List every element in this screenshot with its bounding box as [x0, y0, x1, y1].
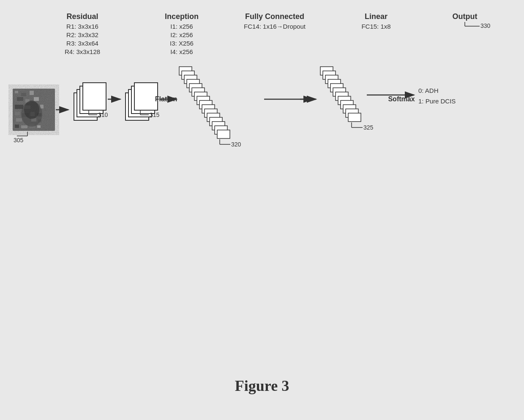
i3-label: I3: X256 [170, 40, 194, 47]
fc-heading: Fully Connected [245, 12, 304, 21]
ref310-label: 310 [98, 111, 108, 118]
svg-rect-38 [83, 83, 106, 110]
residual-heading: Residual [66, 12, 98, 21]
linear-heading: Linear [365, 12, 388, 21]
linear-detail: FC15: 1x8 [361, 23, 390, 30]
inception-heading: Inception [165, 12, 199, 21]
svg-rect-9 [38, 93, 41, 96]
svg-rect-28 [37, 125, 41, 128]
svg-rect-25 [15, 125, 19, 128]
i2-label: I2: x256 [170, 31, 193, 38]
svg-rect-80 [348, 113, 361, 122]
fc-detail: FC14: 1x16→Dropout [244, 23, 306, 30]
svg-rect-8 [30, 91, 34, 95]
ref315-label: 315 [150, 111, 160, 118]
r1-label: R1: 3x3x16 [66, 23, 98, 30]
svg-point-30 [24, 100, 39, 119]
figure-caption: Figure 3 [235, 377, 289, 395]
class0-label: 0: ADH [418, 87, 439, 94]
main-container: Residual R1: 3x3x16 R2: 3x3x32 R3: 3x3x6… [0, 0, 524, 420]
ref320-label: 320 [231, 141, 241, 148]
svg-rect-26 [21, 125, 27, 128]
svg-rect-10 [17, 97, 23, 101]
softmax-label: Softmax [388, 95, 415, 103]
svg-rect-17 [15, 112, 20, 115]
output-heading: Output [453, 12, 478, 21]
svg-rect-12 [34, 97, 39, 101]
svg-rect-6 [15, 91, 18, 93]
i1-label: I1: x256 [170, 23, 193, 30]
output-ref: 330 [480, 22, 491, 29]
svg-rect-21 [16, 118, 22, 122]
diagram-svg: Residual R1: 3x3x16 R2: 3x3x32 R3: 3x3x6… [0, 0, 524, 346]
svg-rect-45 [134, 83, 158, 110]
class1-label: 1: Pure DCIS [418, 98, 456, 105]
svg-rect-64 [217, 130, 230, 138]
r2-label: R2: 3x3x32 [66, 31, 98, 38]
svg-rect-13 [15, 105, 23, 109]
r4-label: R4: 3x3x128 [65, 48, 100, 55]
svg-rect-7 [21, 93, 26, 96]
ref325-label: 325 [363, 124, 374, 131]
r3-label: R3: 3x3x64 [66, 40, 98, 47]
i4-label: I4: x256 [170, 48, 193, 55]
ref305-label: 305 [14, 137, 24, 144]
